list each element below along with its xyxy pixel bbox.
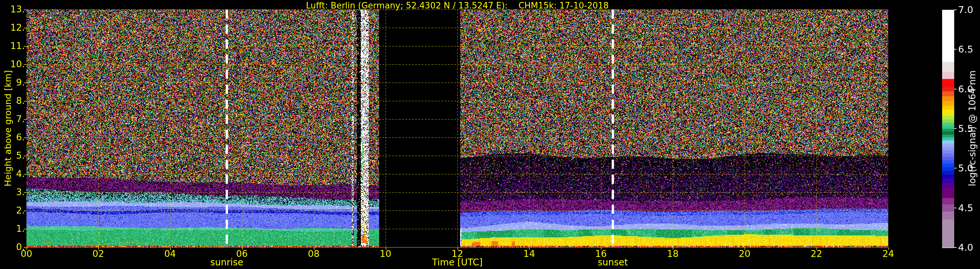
colorbar-tick-label: 5.5 xyxy=(958,124,973,134)
x-tick-label: 14 xyxy=(523,250,535,259)
y-tick-label: 4. xyxy=(16,169,25,178)
colorbar-tick-label: 6.0 xyxy=(958,84,973,94)
y-tick-label: 0. xyxy=(16,243,25,252)
x-tick-label: 04 xyxy=(164,250,176,259)
sunrise-annotation: sunrise xyxy=(210,258,243,267)
x-tick-label: 02 xyxy=(92,250,104,259)
colorbar-tick-label: 7.0 xyxy=(958,5,973,15)
colorbar-tick-label: 4.5 xyxy=(958,203,973,213)
x-tick-label: 06 xyxy=(236,250,248,259)
x-tick-label: 16 xyxy=(595,250,607,259)
x-tick-label: 08 xyxy=(308,250,320,259)
x-tick-label: 18 xyxy=(667,250,679,259)
y-tick-label: 6. xyxy=(16,133,25,142)
y-tick-label: 3. xyxy=(16,188,25,197)
sunset-annotation: sunset xyxy=(598,258,628,267)
y-tick-label: 2. xyxy=(16,206,25,215)
x-tick-label: 20 xyxy=(739,250,751,259)
y-axis-label: Height above ground [km] xyxy=(3,70,13,186)
y-tick-label: 12. xyxy=(10,23,25,32)
y-tick-label: 13. xyxy=(10,5,25,14)
x-axis-label: Time [UTC] xyxy=(27,258,888,267)
y-tick-label: 1. xyxy=(16,224,25,233)
x-tick-label: 22 xyxy=(811,250,822,259)
colorbar-tick-label: 5.0 xyxy=(958,164,973,173)
figure: Lufft: Berlin (Germany; 52.4302 N / 13.5… xyxy=(0,0,980,269)
y-tick-label: 10. xyxy=(10,60,25,69)
x-tick-label: 24 xyxy=(882,250,894,259)
chart-title: Lufft: Berlin (Germany; 52.4302 N / 13.5… xyxy=(27,1,888,10)
x-tick-label: 10 xyxy=(380,250,391,259)
colorbar-tick-label: 6.5 xyxy=(958,45,973,54)
y-tick-label: 8. xyxy=(16,96,25,105)
y-tick-label: 11. xyxy=(10,41,25,51)
y-tick-label: 5. xyxy=(16,151,25,160)
y-tick-label: 9. xyxy=(16,78,25,87)
colorbar-tick-label: 4.0 xyxy=(958,243,973,252)
y-tick-label: 7. xyxy=(16,115,25,124)
x-tick-label: 12 xyxy=(452,250,463,259)
heatmap-canvas xyxy=(0,0,980,269)
